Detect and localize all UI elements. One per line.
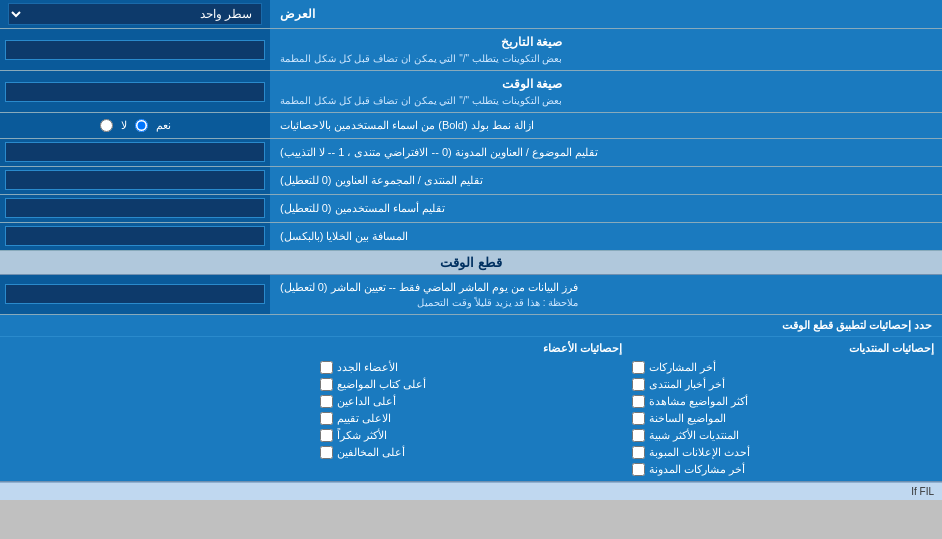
cutoff-section-header: قطع الوقت bbox=[0, 251, 942, 275]
radio-no[interactable] bbox=[100, 119, 113, 132]
display-input-cell: سطر واحد bbox=[0, 0, 270, 28]
display-select[interactable]: سطر واحد bbox=[8, 3, 263, 25]
forum-sort-input[interactable]: 33 bbox=[5, 170, 265, 190]
topic-sort-input-cell: 33 bbox=[0, 139, 270, 166]
bold-remove-label: ازالة نمط بولد (Bold) من اسماء المستخدمي… bbox=[270, 113, 942, 138]
cb-member-5: الأكثر شكراً bbox=[320, 429, 622, 442]
member-stats-title: إحصائيات الأعضاء bbox=[320, 342, 622, 355]
date-format-row: صيغة التاريخ بعض التكوينات يتطلب "/" الت… bbox=[0, 29, 942, 71]
checkbox-member-6[interactable] bbox=[320, 446, 333, 459]
checkbox-member-4[interactable] bbox=[320, 412, 333, 425]
time-format-input-cell: H:i bbox=[0, 71, 270, 112]
username-sort-row: تقليم أسماء المستخدمين (0 للتعطيل) 0 bbox=[0, 195, 942, 223]
checkbox-forum-5[interactable] bbox=[632, 429, 645, 442]
cutoff-row: فرز البيانات من يوم الماشر الماضي فقط --… bbox=[0, 275, 942, 316]
entry-spacing-row: المسافة بين الخلايا (بالبكسل) 2 bbox=[0, 223, 942, 251]
cb-member-4: الاعلى تقييم bbox=[320, 412, 622, 425]
time-format-row: صيغة الوقت بعض التكوينات يتطلب "/" التي … bbox=[0, 71, 942, 113]
time-format-input[interactable]: H:i bbox=[5, 82, 265, 102]
entry-spacing-input-cell: 2 bbox=[0, 223, 270, 250]
checkbox-member-3[interactable] bbox=[320, 395, 333, 408]
cb-forum-1: أخر المشاركات bbox=[632, 361, 934, 374]
username-sort-input[interactable]: 0 bbox=[5, 198, 265, 218]
radio-no-label: لا bbox=[121, 119, 127, 132]
topic-sort-label: تقليم الموضوع / العناوين المدونة (0 -- ا… bbox=[270, 139, 942, 166]
cutoff-input-cell: 0 bbox=[0, 275, 270, 315]
forum-sort-row: تقليم المنتدى / المجموعة العناوين (0 للت… bbox=[0, 167, 942, 195]
spacer-col bbox=[8, 342, 310, 476]
cb-member-6: أعلى المخالفين bbox=[320, 446, 622, 459]
checkbox-member-2[interactable] bbox=[320, 378, 333, 391]
stats-apply-label: حدد إحصائيات لتطبيق قطع الوقت bbox=[0, 316, 942, 335]
cb-member-1: الأعضاء الجدد bbox=[320, 361, 622, 374]
member-stats-col: إحصائيات الأعضاء الأعضاء الجدد أعلى كتاب… bbox=[320, 342, 622, 476]
cb-forum-5: المنتديات الأكثر شبية bbox=[632, 429, 934, 442]
footer: If FIL bbox=[0, 482, 942, 500]
cb-forum-4: المواضيع الساخنة bbox=[632, 412, 934, 425]
checkbox-member-5[interactable] bbox=[320, 429, 333, 442]
date-format-label: صيغة التاريخ بعض التكوينات يتطلب "/" الت… bbox=[270, 29, 942, 70]
checkbox-member-1[interactable] bbox=[320, 361, 333, 374]
date-format-input-cell: d-m bbox=[0, 29, 270, 70]
checkbox-forum-2[interactable] bbox=[632, 378, 645, 391]
bold-remove-row: ازالة نمط بولد (Bold) من اسماء المستخدمي… bbox=[0, 113, 942, 139]
cb-member-3: أعلى الداعين bbox=[320, 395, 622, 408]
radio-yes-label: نعم bbox=[156, 119, 171, 132]
forum-stats-title: إحصائيات المنتديات bbox=[632, 342, 934, 355]
forum-sort-label: تقليم المنتدى / المجموعة العناوين (0 للت… bbox=[270, 167, 942, 194]
display-label: العرض bbox=[270, 0, 942, 28]
entry-spacing-label: المسافة بين الخلايا (بالبكسل) bbox=[270, 223, 942, 250]
username-sort-label: تقليم أسماء المستخدمين (0 للتعطيل) bbox=[270, 195, 942, 222]
forum-sort-input-cell: 33 bbox=[0, 167, 270, 194]
topic-sort-row: تقليم الموضوع / العناوين المدونة (0 -- ا… bbox=[0, 139, 942, 167]
checkbox-forum-4[interactable] bbox=[632, 412, 645, 425]
checkbox-forum-7[interactable] bbox=[632, 463, 645, 476]
cutoff-input[interactable]: 0 bbox=[5, 284, 265, 304]
checkbox-forum-6[interactable] bbox=[632, 446, 645, 459]
entry-spacing-input[interactable]: 2 bbox=[5, 226, 265, 246]
checkbox-forum-1[interactable] bbox=[632, 361, 645, 374]
cutoff-label: فرز البيانات من يوم الماشر الماضي فقط --… bbox=[270, 275, 942, 315]
bold-remove-input-cell: نعم لا bbox=[0, 113, 270, 138]
radio-yes[interactable] bbox=[135, 119, 148, 132]
cb-forum-3: أكثر المواضيع مشاهدة bbox=[632, 395, 934, 408]
cb-forum-7: أخر مشاركات المدونة bbox=[632, 463, 934, 476]
footer-text: If FIL bbox=[911, 486, 934, 497]
forum-stats-col: إحصائيات المنتديات أخر المشاركات أخر أخب… bbox=[632, 342, 934, 476]
cb-member-2: أعلى كتاب المواضيع bbox=[320, 378, 622, 391]
cb-forum-2: أخر أخبار المنتدى bbox=[632, 378, 934, 391]
username-sort-input-cell: 0 bbox=[0, 195, 270, 222]
topic-sort-input[interactable]: 33 bbox=[5, 142, 265, 162]
date-format-input[interactable]: d-m bbox=[5, 40, 265, 60]
bold-remove-radio-group: نعم لا bbox=[100, 119, 171, 132]
checkbox-forum-3[interactable] bbox=[632, 395, 645, 408]
time-format-label: صيغة الوقت بعض التكوينات يتطلب "/" التي … bbox=[270, 71, 942, 112]
cb-forum-6: أحدث الإعلانات المبوبة bbox=[632, 446, 934, 459]
checkboxes-container: إحصائيات المنتديات أخر المشاركات أخر أخب… bbox=[0, 337, 942, 481]
